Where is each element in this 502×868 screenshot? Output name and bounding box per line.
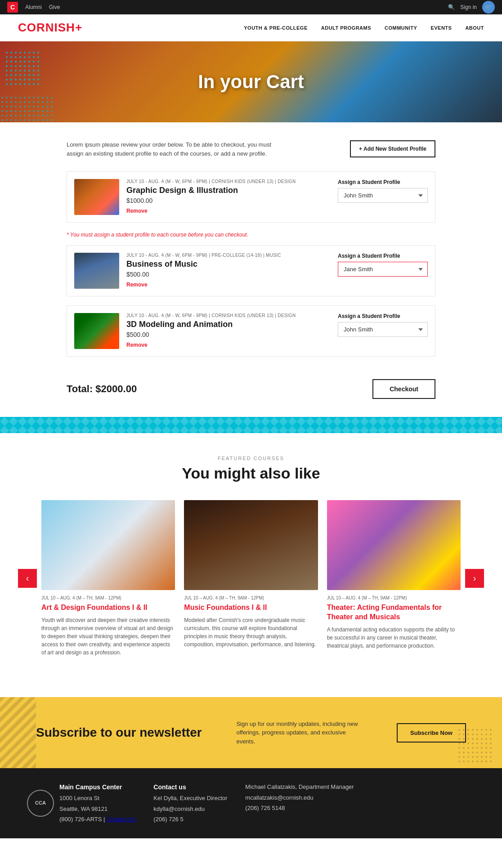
footer-contact: Contact us Kel Dylla, Executive Director… — [153, 782, 227, 824]
cart-item-details-2: JULY 10 - AUG. 4 (M - W, 6PM - 9PM) | PR… — [126, 253, 331, 288]
card-image-3 — [327, 500, 461, 590]
newsletter-description: Sign up for our monthly updates, includi… — [236, 720, 362, 746]
carousel-prev-button[interactable]: ‹ — [18, 569, 37, 588]
cart-item-1: JULY 10 - AUG. 4 (M - W, 6PM - 9PM) | CO… — [67, 171, 435, 223]
campus-address: 1000 Lenora St — [59, 795, 99, 801]
teal-dots-bottom-left — [0, 95, 54, 122]
nav-events[interactable]: EVENTS — [430, 25, 452, 31]
main-nav: CORNISH+ YOUTH & PRE-COLLEGE ADULT PROGR… — [0, 14, 502, 41]
assign-label-2: Assign a Student Profile — [338, 253, 428, 259]
carousel-next-button[interactable]: › — [465, 569, 484, 588]
campus-title: Main Campus Center — [59, 783, 122, 791]
cornish-logo-small: C — [7, 2, 18, 13]
logo-text: CORNISH — [18, 21, 75, 34]
carousel-cards: JUL 10 – AUG. 4 (M – TH, 9AM - 12PM) Art… — [37, 500, 465, 657]
profile-select-2[interactable]: Jane Smith John Smith Add New Profile — [338, 262, 428, 277]
profile-select-3[interactable]: John Smith Jane Smith Add New Profile — [338, 322, 428, 337]
newsletter-left: Subscribe to our newsletter — [36, 725, 202, 740]
give-link[interactable]: Give — [49, 4, 60, 10]
course-title-2: Business of Music — [126, 260, 331, 269]
remove-link-3[interactable]: Remove — [126, 342, 148, 348]
card-title-1[interactable]: Art & Design Foundations I & II — [41, 603, 175, 613]
newsletter-dots — [457, 728, 493, 764]
top-bar: C Alumni Give 🔍 Sign in 🛒 — [0, 0, 502, 14]
svg-rect-1 — [0, 417, 502, 433]
campus-contact-link[interactable]: Contact Us — [107, 816, 135, 823]
footer-contact2: Michael Callatzakis, Department Manager … — [245, 782, 354, 813]
card-meta-1: JUL 10 – AUG. 4 (M – TH, 9AM - 12PM) — [41, 595, 175, 600]
assign-label-1: Assign a Student Profile — [338, 179, 428, 185]
card-image-1 — [41, 500, 175, 590]
featured-title: You might also like — [18, 465, 484, 482]
remove-link-1[interactable]: Remove — [126, 208, 148, 214]
hero-banner: In your Cart — [0, 41, 502, 122]
course-card-2: JUL 10 – AUG. 4 (M – TH, 9AM - 12PM) Mus… — [184, 500, 318, 657]
remove-link-2[interactable]: Remove — [126, 282, 148, 288]
cart-item-3: JULY 10 - AUG. 4 (M - W, 6PM - 9PM) | CO… — [67, 305, 435, 357]
cart-item-assign-2: Assign a Student Profile Jane Smith John… — [338, 253, 428, 277]
card-title-3[interactable]: Theater: Acting Fundamentals for Theater… — [327, 603, 461, 622]
teal-pattern-svg — [0, 417, 502, 433]
footer-campus: Main Campus Center 1000 Lenora St Seattl… — [59, 782, 135, 824]
newsletter-stripes — [0, 697, 36, 769]
nav-adult[interactable]: ADULT PROGRAMS — [321, 25, 371, 31]
contact2-person: Michael Callatzakis, Department Manager — [245, 783, 354, 790]
course-price-2: $500.00 — [126, 271, 331, 278]
search-icon[interactable]: 🔍 — [448, 4, 455, 10]
nav-community[interactable]: COMMUNITY — [385, 25, 417, 31]
course-image-3 — [74, 313, 119, 349]
course-card-1: JUL 10 – AUG. 4 (M – TH, 9AM - 12PM) Art… — [41, 500, 175, 657]
cart-total-label: Total: $2000.00 — [67, 383, 137, 395]
cart-item-assign-1: Assign a Student Profile John Smith Jane… — [338, 179, 428, 203]
cart-header: Lorem ipsum please review your order bel… — [67, 140, 435, 158]
course-image-1 — [74, 179, 119, 215]
cart-error-message: * You must assign a student profile to e… — [67, 232, 435, 238]
cart-icon[interactable]: 🛒 — [482, 1, 495, 13]
footer-logo: CCA — [27, 790, 54, 817]
footer-logo-area: CCA Main Campus Center 1000 Lenora St Se… — [27, 782, 135, 824]
contact2-email[interactable]: mcallatzakis@cornish.edu — [245, 794, 313, 801]
teal-dots-top-left — [4, 50, 40, 86]
newsletter-section: Subscribe to our newsletter Sign up for … — [0, 697, 502, 769]
cart-item-assign-3: Assign a Student Profile John Smith Jane… — [338, 313, 428, 337]
contact-email[interactable]: kdylla@cornish.edu — [153, 805, 205, 812]
course-image-2 — [74, 253, 119, 289]
cart-item-details-3: JULY 10 - AUG. 4 (M - W, 6PM - 9PM) | CO… — [126, 313, 331, 348]
course-price-3: $500.00 — [126, 331, 331, 338]
card-meta-2: JUL 10 – AUG. 4 (M – TH, 9AM - 12PM) — [184, 595, 318, 600]
teal-divider — [0, 417, 502, 433]
alumni-link[interactable]: Alumni — [25, 4, 42, 10]
contact-title: Contact us — [153, 783, 186, 791]
contact-phone: (206) 726 5 — [153, 816, 184, 823]
cart-section: Lorem ipsum please review your order bel… — [58, 140, 444, 399]
course-title-3: 3D Modeling and Animation — [126, 320, 331, 329]
signin-link[interactable]: Sign in — [460, 4, 477, 10]
profile-select-1[interactable]: John Smith Jane Smith Add New Profile — [338, 188, 428, 203]
nav-youth[interactable]: YOUTH & PRE-COLLEGE — [244, 25, 308, 31]
card-desc-2: Modeled after Cornish's core undergradua… — [184, 616, 318, 649]
course-meta-1: JULY 10 - AUG. 4 (M - W, 6PM - 9PM) | CO… — [126, 179, 331, 184]
campus-city: Seattle, WA 98121 — [59, 805, 108, 812]
contact2-phone: (206) 726 5148 — [245, 805, 285, 811]
course-price-1: $1000.00 — [126, 197, 331, 204]
card-desc-3: A fundamental acting education supports … — [327, 626, 461, 650]
assign-label-3: Assign a Student Profile — [338, 313, 428, 319]
logo-plus: + — [75, 21, 82, 34]
course-card-3: JUL 10 – AUG. 4 (M – TH, 9AM - 12PM) The… — [327, 500, 461, 657]
featured-label: FEATURED COURSES — [18, 456, 484, 461]
newsletter-title: Subscribe to our newsletter — [36, 725, 202, 740]
add-profile-button[interactable]: + Add New Student Profile — [350, 140, 435, 157]
card-meta-3: JUL 10 – AUG. 4 (M – TH, 9AM - 12PM) — [327, 595, 461, 600]
card-title-2[interactable]: Music Foundations I & II — [184, 603, 318, 613]
top-bar-left: C Alumni Give — [7, 2, 60, 13]
carousel-wrapper: ‹ JUL 10 – AUG. 4 (M – TH, 9AM - 12PM) A… — [18, 500, 484, 657]
site-logo[interactable]: CORNISH+ — [18, 21, 82, 35]
campus-phone: (800) 726-ARTS — [59, 816, 102, 823]
footer: CCA Main Campus Center 1000 Lenora St Se… — [0, 768, 502, 838]
newsletter-right: Subscribe Now — [397, 723, 466, 743]
course-meta-3: JULY 10 - AUG. 4 (M - W, 6PM - 9PM) | CO… — [126, 313, 331, 318]
checkout-button[interactable]: Checkout — [372, 379, 435, 399]
subscribe-button[interactable]: Subscribe Now — [397, 723, 466, 743]
nav-about[interactable]: ABOUT — [465, 25, 484, 31]
cart-item-2: JULY 10 - AUG. 4 (M - W, 6PM - 9PM) | PR… — [67, 245, 435, 296]
